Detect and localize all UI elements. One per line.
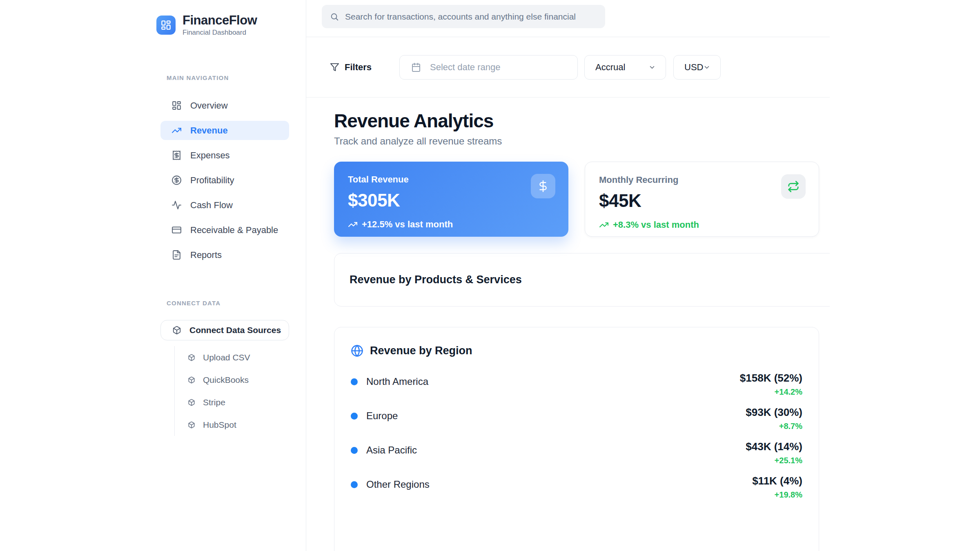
sidebar-item-profitability[interactable]: Profitability (160, 171, 289, 190)
search-placeholder: Search for transactions, accounts and an… (345, 12, 576, 22)
source-item-quickbooks[interactable]: QuickBooks (188, 369, 306, 391)
sidebar-item-label: Expenses (190, 150, 230, 161)
source-item-label: QuickBooks (203, 375, 249, 385)
brand-text: FinanceFlow Financial Dashboard (183, 13, 257, 37)
filters-label: Filters (345, 62, 372, 73)
accounting-basis-value: Accrual (595, 62, 625, 73)
region-dot-icon (351, 378, 358, 385)
chevron-down-icon (648, 64, 656, 71)
cube-icon (188, 354, 195, 361)
chevron-down-icon (703, 64, 710, 71)
region-row-left: Europe (351, 410, 398, 422)
region-dot-icon (351, 481, 358, 488)
sidebar-item-revenue[interactable]: Revenue (160, 121, 289, 140)
source-item-label: Stripe (203, 398, 225, 407)
filter-bar: Filters Select date range Accrual USD (306, 37, 830, 98)
region-label: North America (366, 376, 428, 387)
app-window: FinanceFlow Financial Dashboard MAIN NAV… (0, 0, 980, 551)
region-row-right: $158K (52%) +14.2% (740, 372, 802, 397)
sidebar-item-label: Cash Flow (190, 200, 233, 211)
search-icon (330, 12, 339, 21)
region-row-right: $43K (14%) +25.1% (746, 440, 802, 465)
source-item-stripe[interactable]: Stripe (188, 391, 306, 413)
sidebar-item-cash-flow[interactable]: Cash Flow (160, 196, 289, 215)
region-label: Asia Pacific (366, 444, 417, 456)
source-item-hubspot[interactable]: HubSpot (188, 413, 306, 436)
filter-funnel-icon (330, 62, 339, 72)
monthly-recurring-card: Monthly Recurring $45K +8.3% vs last mon… (585, 162, 819, 237)
sidebar-item-reports[interactable]: Reports (160, 245, 289, 264)
connect-data-sources-button[interactable]: Connect Data Sources (160, 320, 289, 340)
region-row-other-regions: Other Regions $11K (4%) +19.8% (351, 475, 802, 500)
stat-label: Monthly Recurring (599, 175, 805, 185)
main-navigation: Overview Revenue Expenses Profitability (160, 96, 289, 264)
stat-delta-text: +12.5% vs last month (362, 219, 453, 230)
sidebar-item-label: Reports (190, 250, 222, 260)
revenue-by-region-card: Revenue by Region North America $158K (5… (334, 327, 819, 551)
circle-dollar-icon (172, 175, 182, 185)
stats-row: Total Revenue $305K +12.5% vs last month (334, 162, 819, 237)
source-item-upload-csv[interactable]: Upload CSV (188, 346, 306, 369)
total-revenue-card: Total Revenue $305K +12.5% vs last month (334, 162, 568, 237)
page-content: Revenue Analytics Track and analyze all … (306, 98, 830, 551)
sidebar-item-overview[interactable]: Overview (160, 96, 289, 115)
connect-button-label: Connect Data Sources (189, 325, 281, 335)
connect-data-heading: CONNECT DATA (167, 300, 306, 307)
region-card-header: Revenue by Region (351, 344, 802, 357)
region-row-left: Other Regions (351, 479, 430, 490)
stat-delta: +12.5% vs last month (348, 219, 555, 230)
currency-select[interactable]: USD (673, 55, 721, 80)
sidebar-item-label: Receivable & Payable (190, 225, 278, 236)
region-row-asia-pacific: Asia Pacific $43K (14%) +25.1% (351, 440, 802, 465)
region-dot-icon (351, 413, 358, 420)
region-rows: North America $158K (52%) +14.2% Europe (351, 372, 802, 500)
credit-card-icon (172, 225, 182, 235)
revenue-by-products-card: Revenue by Products & Services (334, 253, 830, 307)
date-range-picker[interactable]: Select date range (399, 55, 578, 80)
region-row-right: $93K (30%) +8.7% (746, 406, 802, 431)
main-navigation-heading: MAIN NAVIGATION (167, 74, 306, 81)
accounting-basis-select[interactable]: Accrual (584, 55, 666, 80)
brand-logo-icon (156, 16, 176, 35)
source-item-label: HubSpot (203, 420, 236, 430)
top-bar: Search for transactions, accounts and an… (306, 0, 830, 37)
region-value: $158K (52%) (740, 372, 802, 384)
region-label: Other Regions (366, 479, 430, 490)
region-value: $93K (30%) (746, 406, 802, 419)
dollar-icon (537, 180, 549, 192)
trending-up-icon (348, 220, 358, 229)
brand-tagline: Financial Dashboard (183, 29, 257, 37)
search-input[interactable]: Search for transactions, accounts and an… (322, 5, 605, 28)
region-dot-icon (351, 447, 358, 454)
trending-up-icon (172, 125, 182, 136)
stat-label: Total Revenue (348, 174, 555, 185)
dollar-badge (531, 174, 555, 198)
region-row-europe: Europe $93K (30%) +8.7% (351, 406, 802, 431)
source-item-label: Upload CSV (203, 353, 250, 362)
sidebar-item-label: Revenue (190, 125, 228, 136)
calendar-icon (411, 62, 421, 72)
sidebar-item-expenses[interactable]: Expenses (160, 146, 289, 165)
stat-value: $45K (599, 191, 805, 211)
receipt-icon (172, 150, 182, 160)
page-subtitle: Track and analyze all revenue streams (334, 136, 819, 147)
right-whitespace (830, 0, 980, 551)
sidebar-item-label: Overview (190, 100, 228, 111)
date-range-placeholder: Select date range (430, 62, 500, 73)
region-delta: +25.1% (746, 456, 802, 465)
page-title: Revenue Analytics (334, 110, 819, 132)
stat-delta: +8.3% vs last month (599, 220, 805, 230)
globe-icon (351, 344, 363, 357)
cube-icon (188, 421, 195, 429)
main-content: Search for transactions, accounts and an… (306, 0, 830, 551)
brand: FinanceFlow Financial Dashboard (156, 13, 306, 37)
sidebar-item-receivable-payable[interactable]: Receivable & Payable (160, 220, 289, 240)
region-delta: +14.2% (740, 387, 802, 397)
currency-value: USD (684, 62, 703, 73)
activity-icon (172, 200, 182, 210)
cube-icon (172, 326, 181, 335)
brand-name: FinanceFlow (183, 13, 257, 27)
layout-grid-icon (172, 100, 182, 111)
stat-value: $305K (348, 190, 555, 211)
recurring-badge (781, 174, 806, 199)
